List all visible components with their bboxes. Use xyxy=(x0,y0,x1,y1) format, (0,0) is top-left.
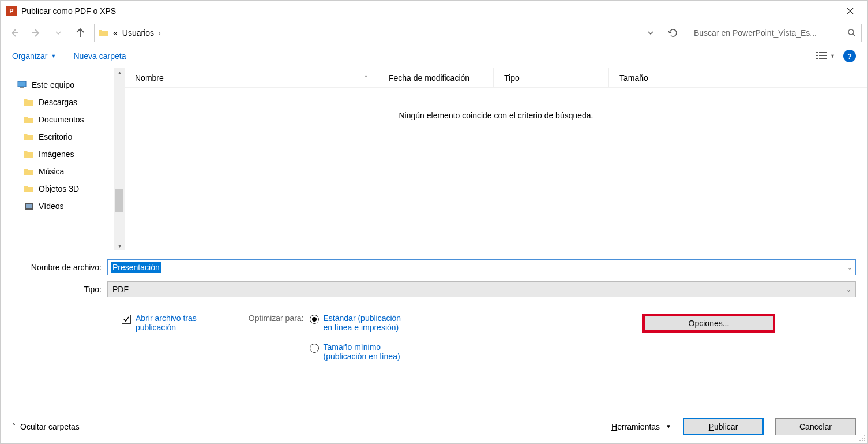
sidebar-item-pictures[interactable]: Imágenes xyxy=(1,145,114,163)
arrow-left-icon xyxy=(9,28,20,38)
refresh-button[interactable] xyxy=(663,24,683,42)
type-value: PDF xyxy=(112,285,129,294)
radio-icon xyxy=(310,344,319,353)
forward-button[interactable] xyxy=(28,25,44,41)
save-form: Nombre de archivo: Presentación ⌵ Tipo: … xyxy=(1,250,867,361)
sidebar-item-label: Objetos 3D xyxy=(39,184,79,193)
chevron-down-icon[interactable]: ⌵ xyxy=(847,286,851,293)
radio-icon xyxy=(310,315,319,324)
file-list: Nombre˄ Fecha de modificación Tipo Tamañ… xyxy=(125,68,867,250)
svg-rect-10 xyxy=(26,204,32,208)
svg-point-13 xyxy=(864,438,865,439)
svg-rect-2 xyxy=(819,52,827,53)
filename-label: Nombre de archivo: xyxy=(12,263,107,272)
empty-message: Ningún elemento coincide con el criterio… xyxy=(125,88,867,120)
svg-rect-7 xyxy=(18,81,26,87)
type-combobox[interactable]: PDF ⌵ xyxy=(107,281,856,297)
new-folder-button[interactable]: Nueva carpeta xyxy=(73,51,126,61)
sidebar-item-3dobjects[interactable]: Objetos 3D xyxy=(1,180,114,197)
column-name[interactable]: Nombre˄ xyxy=(125,68,378,87)
scroll-up-icon[interactable]: ▴ xyxy=(118,69,121,76)
up-button[interactable] xyxy=(72,25,88,41)
sidebar: Este equipo Descargas Documentos Escrito… xyxy=(1,68,114,250)
close-icon xyxy=(847,8,854,14)
type-label: Tipo: xyxy=(12,285,107,294)
list-view-icon xyxy=(816,51,828,61)
radio-minimum[interactable]: Tamaño mínimo(publicación en línea) xyxy=(310,342,401,361)
sidebar-item-music[interactable]: Música xyxy=(1,163,114,180)
sidebar-item-desktop[interactable]: Escritorio xyxy=(1,128,114,145)
sidebar-scrollbar[interactable]: ▴ ▾ xyxy=(114,68,125,250)
folder-icon xyxy=(24,184,34,194)
refresh-icon xyxy=(668,28,678,38)
column-type[interactable]: Tipo xyxy=(494,68,609,87)
svg-rect-3 xyxy=(816,55,818,56)
sidebar-item-label: Este equipo xyxy=(32,80,74,89)
sidebar-item-videos[interactable]: Vídeos xyxy=(1,197,114,215)
search-input[interactable]: Buscar en PowerPoint_Vista_Es... xyxy=(689,24,862,42)
svg-rect-1 xyxy=(816,52,818,53)
breadcrumb-separator[interactable]: › xyxy=(159,29,161,36)
sidebar-item-label: Descargas xyxy=(39,98,77,107)
new-folder-label: Nueva carpeta xyxy=(73,51,126,61)
search-placeholder: Buscar en PowerPoint_Vista_Es... xyxy=(694,28,847,38)
chevron-up-icon: ˄ xyxy=(12,423,16,431)
caret-down-icon: ▼ xyxy=(666,423,671,430)
filename-input[interactable]: Presentación ⌵ xyxy=(107,259,856,275)
video-icon xyxy=(24,201,34,211)
svg-rect-5 xyxy=(816,58,818,59)
file-browser: Este equipo Descargas Documentos Escrito… xyxy=(1,68,867,250)
sidebar-item-label: Música xyxy=(39,167,64,176)
sidebar-item-documents[interactable]: Documentos xyxy=(1,111,114,128)
chevron-down-icon[interactable]: ⌵ xyxy=(848,264,852,271)
organize-button[interactable]: Organizar ▼ xyxy=(12,51,56,61)
caret-down-icon: ▼ xyxy=(830,53,835,59)
column-size[interactable]: Tamaño xyxy=(609,68,690,87)
arrow-right-icon xyxy=(31,28,42,38)
caret-down-icon: ▼ xyxy=(51,53,56,59)
svg-rect-4 xyxy=(819,55,827,56)
hide-folders-button[interactable]: ˄ Ocultar carpetas xyxy=(12,422,80,431)
optimize-group: Optimizar para: Estándar (publicaciónen … xyxy=(249,314,401,361)
chevron-down-icon[interactable] xyxy=(648,30,653,36)
powerpoint-icon xyxy=(6,6,17,16)
scroll-down-icon[interactable]: ▾ xyxy=(118,242,121,249)
cancel-button[interactable]: Cancelar xyxy=(775,418,856,435)
scroll-thumb[interactable] xyxy=(115,189,123,212)
svg-point-12 xyxy=(862,438,863,439)
radio-label: Tamaño mínimo(publicación en línea) xyxy=(324,342,400,361)
footer: ˄ Ocultar carpetas Herramientas ▼ Public… xyxy=(1,409,867,443)
breadcrumb-prefix: « xyxy=(113,28,118,38)
svg-point-14 xyxy=(859,440,861,441)
open-after-publish-checkbox[interactable]: Abrir archivo tras publicación xyxy=(122,314,197,332)
resize-grip-icon xyxy=(858,434,866,442)
folder-icon xyxy=(24,132,34,142)
window-title: Publicar como PDF o XPS xyxy=(21,6,116,16)
folder-icon xyxy=(24,166,34,177)
resize-grip[interactable] xyxy=(858,434,866,442)
svg-rect-6 xyxy=(819,58,827,59)
close-button[interactable] xyxy=(839,3,862,19)
options-button[interactable]: Opciones... xyxy=(642,314,775,333)
svg-rect-8 xyxy=(20,87,24,88)
view-mode-button[interactable]: ▼ xyxy=(816,51,835,61)
navigation-bar: « Usuarios › Buscar en PowerPoint_Vista_… xyxy=(1,21,867,44)
sidebar-item-computer[interactable]: Este equipo xyxy=(1,76,114,94)
radio-standard[interactable]: Estándar (publicaciónen línea e impresió… xyxy=(310,314,401,332)
toolbar: Organizar ▼ Nueva carpeta ▼ ? xyxy=(1,44,867,68)
recent-dropdown[interactable] xyxy=(50,25,66,41)
folder-icon xyxy=(24,97,34,107)
breadcrumb[interactable]: « Usuarios › xyxy=(94,24,657,42)
search-icon xyxy=(847,28,856,38)
publish-button[interactable]: Publicar xyxy=(683,418,764,435)
breadcrumb-segment[interactable]: Usuarios xyxy=(122,28,154,38)
sort-caret-icon: ˄ xyxy=(365,74,367,81)
column-date[interactable]: Fecha de modificación xyxy=(378,68,494,87)
checkbox-icon xyxy=(122,315,131,324)
tools-dropdown[interactable]: Herramientas ▼ xyxy=(611,422,671,431)
sidebar-item-label: Documentos xyxy=(39,115,84,124)
sidebar-item-downloads[interactable]: Descargas xyxy=(1,94,114,111)
help-button[interactable]: ? xyxy=(843,50,856,62)
back-button[interactable] xyxy=(6,25,22,41)
hide-folders-label: Ocultar carpetas xyxy=(20,422,80,431)
